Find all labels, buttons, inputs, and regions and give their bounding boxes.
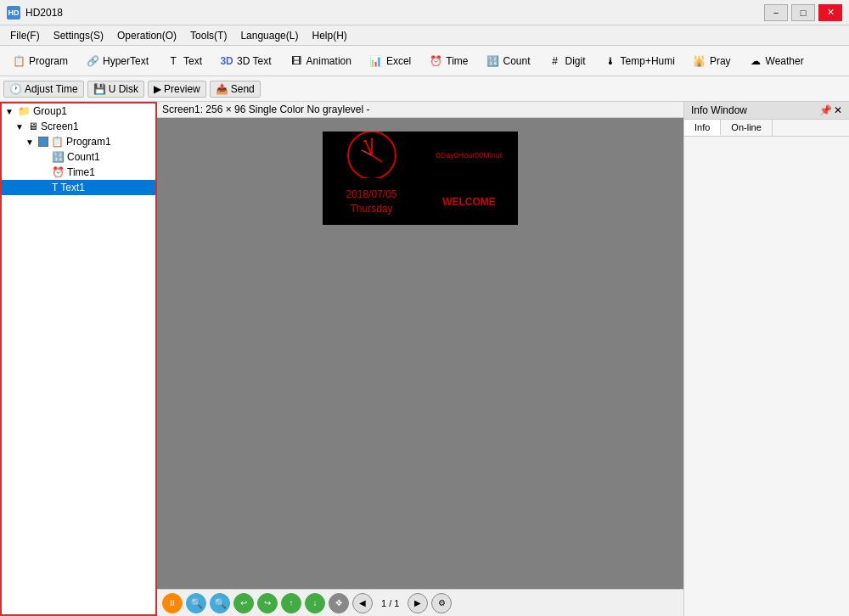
- time1-label: Time1: [67, 166, 95, 178]
- tool-count[interactable]: 🔢 Count: [477, 50, 537, 72]
- tool-hypertext[interactable]: 🔗 HyperText: [77, 50, 156, 72]
- menu-tools[interactable]: Tools(T): [183, 28, 233, 43]
- zoom-in-button[interactable]: 🔍: [186, 593, 206, 613]
- menu-bar: File(F) Settings(S) Operation(O) Tools(T…: [0, 25, 849, 46]
- tool-weather[interactable]: ☁ Weather: [740, 50, 812, 72]
- tool-hypertext-label: HyperText: [103, 55, 149, 67]
- program1-checkbox[interactable]: [38, 137, 48, 147]
- date-text: 2018/07/05Thursday: [346, 188, 396, 216]
- menu-file[interactable]: File(F): [3, 28, 47, 43]
- main-content: ▼ 📁 Group1 ▼ 🖥 Screen1 ▼ 📋 Program1 🔢 Co…: [0, 102, 849, 616]
- tool-animation[interactable]: 🎞 Animation: [281, 50, 359, 72]
- adjusttime-label: Adjust Time: [25, 83, 78, 95]
- tree-text1[interactable]: T Text1: [2, 180, 155, 195]
- page-info: 1 / 1: [376, 598, 404, 608]
- temphumi-icon: 🌡: [603, 53, 618, 69]
- next-button[interactable]: ↪: [257, 593, 278, 613]
- count1-icon: 🔢: [52, 151, 65, 163]
- tree-toggle-group1: ▼: [5, 107, 15, 116]
- screen1-label: Screen1: [41, 120, 79, 132]
- program1-icon: 📋: [51, 136, 64, 148]
- maximize-button[interactable]: □: [791, 4, 815, 21]
- back-button[interactable]: ◀: [352, 593, 373, 613]
- info-header: Info Window 📌 ✕: [684, 102, 849, 120]
- info-window-title: Info Window: [691, 104, 747, 116]
- tool-3dtext[interactable]: 3D 3D Text: [211, 50, 278, 72]
- prev-button[interactable]: ↩: [233, 593, 254, 613]
- title-bar: HD HD2018 − □ ✕: [0, 0, 849, 25]
- move-button[interactable]: ✥: [329, 593, 349, 613]
- sub-preview[interactable]: ▶ Preview: [148, 81, 206, 98]
- weather-icon: ☁: [748, 53, 763, 69]
- minimize-button[interactable]: −: [764, 4, 788, 21]
- tree-program1[interactable]: ▼ 📋 Program1: [2, 134, 155, 149]
- tree-toggle-program1: ▼: [25, 137, 36, 147]
- close-button[interactable]: ✕: [818, 4, 842, 21]
- down-button[interactable]: ↓: [305, 593, 325, 613]
- svg-line-2: [372, 155, 382, 162]
- text1-label: Text1: [60, 182, 85, 193]
- tool-pray[interactable]: 🕌 Pray: [684, 50, 739, 72]
- sub-udisk[interactable]: 💾 U Disk: [87, 81, 144, 98]
- tool-digit[interactable]: # Digit: [540, 50, 593, 72]
- app-icon: HD: [7, 6, 20, 20]
- menu-settings[interactable]: Settings(S): [47, 28, 110, 43]
- menu-language[interactable]: Language(L): [233, 28, 305, 43]
- tab-info[interactable]: Info: [684, 120, 721, 136]
- tool-text[interactable]: T Text: [158, 50, 210, 72]
- group1-label: Group1: [33, 105, 67, 117]
- countdown-text: 0Day0Hour00Minut: [435, 149, 504, 161]
- sub-send[interactable]: 📤 Send: [210, 81, 261, 98]
- tree-time1[interactable]: ⏰ Time1: [2, 165, 155, 180]
- main-toolbar: 📋 Program 🔗 HyperText T Text 3D 3D Text …: [0, 46, 849, 76]
- program1-label: Program1: [66, 136, 111, 148]
- udisk-icon: 💾: [93, 83, 106, 95]
- date-cell: 2018/07/05Thursday: [323, 178, 420, 225]
- settings-button[interactable]: ⚙: [431, 593, 452, 613]
- program-icon: 📋: [11, 53, 26, 69]
- tool-program[interactable]: 📋 Program: [3, 50, 76, 72]
- 3dtext-icon: 3D: [219, 53, 234, 69]
- tool-3dtext-label: 3D Text: [237, 55, 271, 67]
- time-icon: ⏰: [428, 53, 443, 69]
- tree-count1[interactable]: 🔢 Count1: [2, 149, 155, 165]
- svg-marker-5: [363, 140, 368, 142]
- tool-temphumi-label: Temp+Humi: [621, 55, 675, 67]
- info-pin-icon[interactable]: 📌: [819, 104, 832, 116]
- tab-online[interactable]: On-line: [721, 120, 772, 136]
- menu-help[interactable]: Help(H): [305, 28, 353, 43]
- tree-group1[interactable]: ▼ 📁 Group1: [2, 104, 155, 119]
- info-tabs: Info On-line: [684, 120, 849, 137]
- excel-icon: 📊: [368, 53, 384, 69]
- pray-icon: 🕌: [692, 53, 707, 69]
- sub-adjusttime[interactable]: 🕐 Adjust Time: [3, 81, 84, 98]
- canvas-header-text: Screen1: 256 × 96 Single Color No grayle…: [162, 104, 369, 115]
- tool-temphumi[interactable]: 🌡 Temp+Humi: [595, 50, 683, 72]
- welcome-text: WELCOME: [442, 196, 496, 208]
- info-content: [684, 137, 849, 150]
- pause-button[interactable]: ⏸: [162, 593, 183, 613]
- canvas-area: Screen1: 256 × 96 Single Color No grayle…: [157, 102, 683, 616]
- adjusttime-icon: 🕐: [9, 83, 22, 95]
- up-button[interactable]: ↑: [281, 593, 301, 613]
- zoom-out-button[interactable]: 🔍: [210, 593, 230, 613]
- right-panel: Info Window 📌 ✕ Info On-line: [683, 102, 849, 616]
- text1-icon: T: [52, 182, 58, 193]
- tool-excel[interactable]: 📊 Excel: [361, 50, 419, 72]
- sub-toolbar: 🕐 Adjust Time 💾 U Disk ▶ Preview 📤 Send: [0, 76, 849, 102]
- menu-operation[interactable]: Operation(O): [110, 28, 183, 43]
- text-icon: T: [166, 53, 181, 69]
- tool-weather-label: Weather: [766, 55, 804, 67]
- tool-time[interactable]: ⏰ Time: [420, 50, 475, 72]
- tool-time-label: Time: [446, 55, 468, 67]
- clock-svg: [346, 132, 397, 178]
- info-close-icon[interactable]: ✕: [834, 104, 842, 116]
- left-panel: ▼ 📁 Group1 ▼ 🖥 Screen1 ▼ 📋 Program1 🔢 Co…: [0, 102, 157, 616]
- playback-bar: ⏸ 🔍 🔍 ↩ ↪ ↑ ↓ ✥ ◀ 1 / 1 ▶ ⚙: [157, 589, 683, 616]
- count-icon: 🔢: [485, 53, 500, 69]
- tool-program-label: Program: [29, 55, 68, 67]
- forward-button[interactable]: ▶: [408, 593, 428, 613]
- tree-screen1[interactable]: ▼ 🖥 Screen1: [2, 119, 155, 134]
- tool-digit-label: Digit: [565, 55, 586, 67]
- canvas-display: 0Day0Hour00Minut 2018/07/05Thursday WELC…: [323, 132, 518, 225]
